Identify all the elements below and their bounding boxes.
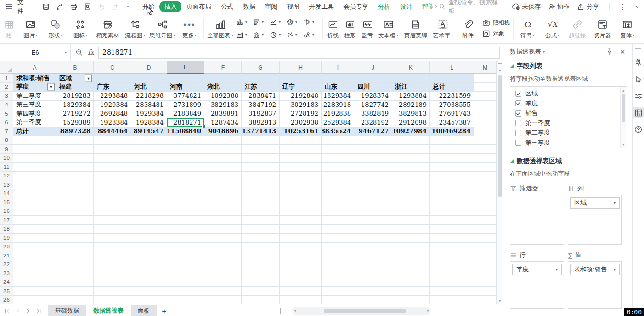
menu-tab-10[interactable]: 设计 bbox=[395, 1, 417, 12]
command-search[interactable]: 查找命令、搜索模板 bbox=[439, 0, 501, 15]
row-header-7[interactable]: 7 bbox=[0, 127, 13, 136]
checkbox-checked-icon[interactable] bbox=[515, 100, 521, 106]
grid-cell[interactable] bbox=[242, 172, 280, 181]
grid-cell[interactable] bbox=[242, 216, 280, 225]
grid-cell[interactable] bbox=[242, 163, 280, 172]
column-header-K[interactable]: K bbox=[392, 61, 430, 74]
vertical-scrollbar[interactable]: ▴ ▾ bbox=[497, 61, 503, 305]
checkbox-icon[interactable] bbox=[515, 140, 521, 146]
grid-cell[interactable] bbox=[204, 234, 242, 243]
grid-cell[interactable] bbox=[354, 296, 392, 305]
column-header-C[interactable]: C bbox=[94, 61, 131, 74]
cell-F6[interactable]: 1287434 bbox=[204, 118, 242, 128]
grid-cell[interactable] bbox=[94, 216, 131, 225]
cell-I7[interactable]: 8835524 bbox=[322, 127, 354, 136]
grid-cell[interactable] bbox=[430, 198, 474, 207]
ribbon-column-chart-button[interactable]: ▾ bbox=[236, 15, 253, 28]
menu-tab-3[interactable]: 公式 bbox=[216, 1, 238, 12]
row-header-6[interactable]: 6 bbox=[0, 118, 13, 128]
cell-B3[interactable]: 2819283 bbox=[56, 92, 94, 101]
cell-G4[interactable]: 3847192 bbox=[242, 101, 280, 110]
grid-cell[interactable] bbox=[322, 260, 354, 269]
menu-tab-9[interactable]: 分析 bbox=[373, 1, 395, 12]
sheet-tab-2[interactable]: 面板 bbox=[131, 305, 157, 316]
grid-cell[interactable] bbox=[131, 145, 167, 154]
grid-cell[interactable] bbox=[474, 251, 497, 260]
column-header-J[interactable]: J bbox=[354, 61, 392, 74]
grid-cell[interactable] bbox=[13, 225, 56, 234]
cell-J2[interactable]: 四川 bbox=[354, 83, 392, 92]
grid-cell[interactable] bbox=[204, 216, 242, 225]
grid-cell[interactable] bbox=[13, 287, 56, 296]
grid-cell[interactable] bbox=[56, 234, 94, 243]
grid-cell[interactable] bbox=[322, 172, 354, 181]
grid-cell[interactable] bbox=[56, 145, 94, 154]
grid-cell[interactable] bbox=[94, 269, 131, 278]
grid-cell[interactable] bbox=[242, 189, 280, 199]
grid-cell[interactable] bbox=[474, 269, 497, 278]
cell-A2[interactable]: 季度▾ bbox=[13, 83, 56, 92]
cell-E4[interactable]: 2731899 bbox=[167, 101, 204, 110]
grid-cell[interactable] bbox=[430, 145, 474, 154]
grid-cell[interactable] bbox=[474, 127, 497, 136]
cell-K7[interactable]: 10927984 bbox=[392, 127, 430, 136]
grid-cell[interactable] bbox=[354, 145, 392, 154]
cell-E6[interactable]: 2818271 bbox=[167, 118, 204, 128]
grid-cell[interactable] bbox=[392, 163, 430, 172]
grid-cell[interactable] bbox=[430, 180, 474, 189]
grid-cell[interactable] bbox=[474, 83, 497, 92]
ribbon-camera-button[interactable]: 照相机 bbox=[482, 19, 510, 27]
field-item-5[interactable]: 第三季度 bbox=[510, 138, 619, 148]
cell-H4[interactable]: 3029183 bbox=[280, 101, 322, 110]
cell-H3[interactable]: 2192848 bbox=[280, 92, 322, 101]
grid-cell[interactable] bbox=[354, 189, 392, 199]
grid-cell[interactable] bbox=[13, 251, 56, 260]
cell-I5[interactable]: 2192838 bbox=[322, 109, 354, 118]
field-item-0[interactable]: 区域 bbox=[510, 89, 619, 99]
grid-cell[interactable] bbox=[204, 269, 242, 278]
column-header-E[interactable]: E bbox=[167, 61, 204, 74]
grid-cell[interactable] bbox=[94, 145, 131, 154]
ribbon-textbox-button[interactable]: 文本框▾ bbox=[376, 18, 401, 38]
menu-tab-11[interactable]: 智能 bbox=[417, 1, 433, 12]
grid-cell[interactable] bbox=[94, 154, 131, 163]
row-header-5[interactable]: 5 bbox=[0, 109, 13, 118]
cell-A7[interactable]: 总计 bbox=[13, 127, 56, 136]
menu-tab-1[interactable]: 插入 bbox=[159, 1, 181, 12]
grid-cell[interactable] bbox=[204, 287, 242, 296]
grid-cell[interactable] bbox=[392, 145, 430, 154]
grid-cell[interactable] bbox=[94, 296, 131, 305]
collapse-ribbon-icon[interactable] bbox=[633, 4, 639, 10]
cell-D3[interactable]: 2218298 bbox=[131, 92, 167, 101]
cell-D2[interactable]: 河北 bbox=[131, 83, 167, 92]
grid-cell[interactable] bbox=[280, 145, 322, 154]
grid-cell[interactable] bbox=[167, 145, 204, 154]
sliders-icon[interactable] bbox=[633, 91, 644, 101]
grid-cell[interactable] bbox=[354, 260, 392, 269]
grid-cell[interactable] bbox=[242, 207, 280, 216]
grid-cell[interactable] bbox=[204, 172, 242, 181]
checkbox-icon[interactable] bbox=[515, 130, 521, 136]
row-header-9[interactable]: 9 bbox=[0, 145, 13, 154]
grid-cell[interactable] bbox=[280, 136, 322, 145]
filters-area[interactable] bbox=[510, 195, 564, 245]
grid-cell[interactable] bbox=[94, 278, 131, 287]
ribbon-form-button[interactable]: 窗体▾ bbox=[615, 18, 640, 38]
grid-cell[interactable] bbox=[392, 172, 430, 181]
grid-cell[interactable] bbox=[204, 278, 242, 287]
grid-cell[interactable] bbox=[242, 225, 280, 234]
grid-cell[interactable] bbox=[322, 163, 354, 172]
grid-cell[interactable] bbox=[474, 287, 497, 296]
row-header-3[interactable]: 3 bbox=[0, 92, 13, 101]
grid-cell[interactable] bbox=[430, 287, 474, 296]
grid-cell[interactable] bbox=[242, 180, 280, 189]
cell-G6[interactable]: 3892913 bbox=[242, 118, 280, 128]
grid-cell[interactable] bbox=[474, 154, 497, 163]
grid-cell[interactable] bbox=[430, 74, 474, 83]
nav-prev-icon[interactable] bbox=[14, 308, 21, 314]
grid-cell[interactable] bbox=[322, 243, 354, 252]
cell-J3[interactable]: 1928374 bbox=[354, 92, 392, 101]
grid-cell[interactable] bbox=[13, 234, 56, 243]
grid-cell[interactable] bbox=[13, 172, 56, 181]
grid-cell[interactable] bbox=[94, 207, 131, 216]
